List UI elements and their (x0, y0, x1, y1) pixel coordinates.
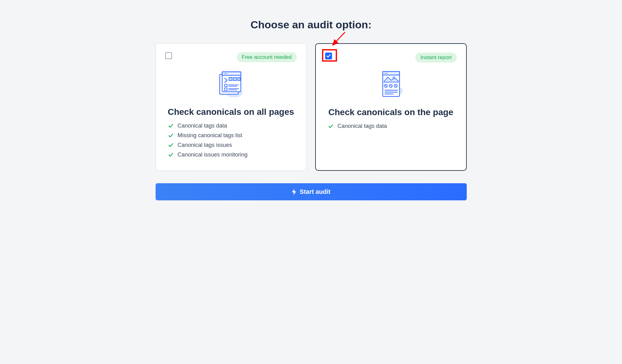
feature-label: Missing canonical tags list (178, 132, 242, 139)
illustration-single-page (325, 68, 457, 102)
svg-point-22 (387, 73, 388, 74)
audit-option-container: Choose an audit option: Free account nee… (156, 19, 467, 200)
feature-item: Canonical tags data (328, 123, 457, 129)
svg-point-6 (227, 73, 227, 74)
illustration-all-pages (165, 67, 297, 101)
start-audit-label: Start audit (300, 188, 330, 195)
svg-point-4 (224, 73, 225, 74)
svg-point-20 (385, 73, 386, 74)
option-checkbox-single-page[interactable] (325, 53, 332, 59)
card-top-row: Free account needed (165, 52, 297, 62)
svg-rect-3 (222, 72, 241, 75)
svg-rect-8 (233, 77, 236, 81)
feature-item: Canonical tags data (168, 123, 297, 129)
card-title-single-page: Check canonicals on the page (325, 107, 457, 117)
option-cards-row: Free account needed (156, 43, 467, 171)
card-top-row: Instant report (325, 53, 457, 63)
svg-point-21 (386, 73, 387, 74)
svg-point-5 (225, 73, 226, 74)
svg-rect-9 (238, 77, 240, 81)
start-audit-button[interactable]: Start audit (156, 183, 467, 200)
page-heading: Choose an audit option: (156, 19, 467, 31)
option-checkbox-all-pages[interactable] (165, 52, 172, 59)
option-card-single-page[interactable]: Instant report Check ca (315, 43, 467, 171)
badge-instant-report: Instant report (415, 53, 456, 63)
svg-line-16 (333, 32, 345, 45)
single-page-icon (375, 69, 406, 100)
check-icon (168, 152, 173, 157)
feature-label: Canonical issues monitoring (178, 152, 248, 158)
feature-label: Canonical tags data (338, 123, 387, 129)
check-icon (328, 124, 333, 129)
feature-label: Canonical tags data (178, 123, 227, 129)
badge-free-account: Free account needed (237, 52, 297, 62)
svg-point-23 (393, 77, 395, 79)
feature-label: Canonical tags issues (178, 142, 232, 148)
feature-item: Missing canonical tags list (168, 132, 297, 139)
pages-stack-icon (215, 69, 246, 100)
annotation-arrow-icon (329, 30, 348, 49)
checkmark-icon (326, 54, 331, 58)
svg-rect-7 (229, 77, 232, 81)
feature-item: Canonical issues monitoring (168, 152, 297, 158)
card-title-all-pages: Check canonicals on all pages (165, 107, 297, 117)
check-icon (168, 124, 173, 128)
features-list-single-page: Canonical tags data (325, 123, 457, 133)
feature-item: Canonical tags issues (168, 142, 297, 148)
check-icon (168, 143, 173, 148)
bolt-icon (292, 189, 297, 195)
features-list-all-pages: Canonical tags data Missing canonical ta… (165, 123, 297, 161)
check-icon (168, 133, 173, 138)
option-card-all-pages[interactable]: Free account needed (156, 43, 306, 171)
